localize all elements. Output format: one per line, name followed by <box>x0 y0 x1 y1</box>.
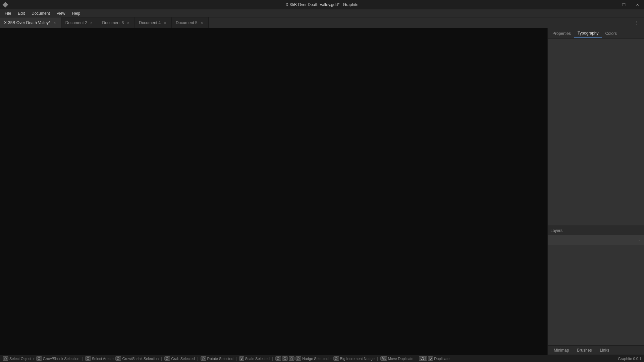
select-area-key: ⬡ <box>85 356 91 361</box>
rotate-label: Rotate Selected <box>207 357 233 361</box>
bottom-panel-tab-minimap[interactable]: Minimap <box>550 347 572 354</box>
layers-more-button[interactable]: ⋮ <box>637 238 641 243</box>
sep-6 <box>377 357 378 361</box>
panel-tab-colors[interactable]: Colors <box>602 30 620 37</box>
minimize-button[interactable]: ─ <box>604 0 617 9</box>
connector-nudge: + <box>330 357 332 361</box>
close-button[interactable]: ✕ <box>631 0 644 9</box>
window-title: X-35B Over Death Valley.gdd* - Graphite <box>286 2 359 7</box>
big-nudge-label: Big Increment Nudge <box>340 357 375 361</box>
grab-label: Grab Selected <box>171 357 195 361</box>
bottom-panel-tab-links[interactable]: Links <box>596 347 612 354</box>
connector-1: + <box>33 357 35 361</box>
tab-label-0: X-35B Over Death Valley* <box>4 20 50 25</box>
rotate-key: ⬡ <box>201 356 206 361</box>
status-grow-shrink-1: ⬡ Grow/Shrink Selection <box>36 356 79 361</box>
layers-label: Layers <box>550 228 562 233</box>
tab-1[interactable]: Document 2× <box>61 17 98 28</box>
tab-4[interactable]: Document 5× <box>172 17 209 28</box>
app-icon <box>3 2 8 7</box>
version-label: Graphite 0.0.1 <box>618 357 641 361</box>
nudge-key-1: ⬡ <box>275 356 281 361</box>
select-area-label: Select Area <box>92 357 111 361</box>
sep-3 <box>198 357 198 361</box>
big-nudge-key: ⬡ <box>333 356 339 361</box>
sep-2 <box>161 357 162 361</box>
panel-tabs: PropertiesTypographyColors <box>548 28 644 39</box>
menu-item-help[interactable]: Help <box>69 10 84 16</box>
move-dup-key: Alt <box>380 356 387 361</box>
nudge-key-4: ⬡ <box>296 356 301 361</box>
nudge-key-3: ⬡ <box>289 356 294 361</box>
tab-3[interactable]: Document 4× <box>135 17 172 28</box>
panel-tab-typography[interactable]: Typography <box>574 29 602 38</box>
bottom-panel-tab-brushes[interactable]: Brushes <box>574 347 595 354</box>
panel-tab-properties[interactable]: Properties <box>549 30 574 37</box>
sep-1 <box>82 357 83 361</box>
window-controls: ─ ❐ ✕ <box>604 0 644 9</box>
title-bar: X-35B Over Death Valley.gdd* - Graphite … <box>0 0 644 9</box>
tab-label-3: Document 4 <box>139 20 161 25</box>
tab-close-4[interactable]: × <box>200 20 204 25</box>
tab-2[interactable]: Document 3× <box>98 17 135 28</box>
status-grab: ⬡ Grab Selected <box>164 356 195 361</box>
sep-5 <box>272 357 273 361</box>
layers-header: Layers <box>548 226 644 235</box>
sep-7 <box>416 357 416 361</box>
bottom-panel-tabs: MinimapBrushesLinks <box>548 345 644 355</box>
grow-shrink-2-label: Grow/Shrink Selection <box>122 357 159 361</box>
scale-key: S <box>239 356 244 361</box>
status-big-nudge: ⬡ Big Increment Nudge <box>333 356 375 361</box>
tab-label-2: Document 3 <box>102 20 124 25</box>
tab-close-0[interactable]: × <box>52 20 57 25</box>
right-panel: PropertiesTypographyColors Layers ⋮ Mini… <box>547 28 644 355</box>
status-select-object: ⬡ Select Object <box>3 356 31 361</box>
panel-content <box>548 39 644 226</box>
menu-item-view[interactable]: View <box>53 10 69 16</box>
main-layout: PropertiesTypographyColors Layers ⋮ Mini… <box>0 28 644 355</box>
scale-label: Scale Selected <box>245 357 270 361</box>
status-bar: ⬡ Select Object + ⬡ Grow/Shrink Selectio… <box>0 355 644 362</box>
status-grow-shrink-2: ⬡ Grow/Shrink Selection <box>115 356 159 361</box>
tab-close-3[interactable]: × <box>163 20 167 25</box>
status-rotate: ⬡ Rotate Selected <box>201 356 233 361</box>
status-duplicate: Ctrl D Duplicate <box>419 356 449 361</box>
status-select-area: ⬡ Select Area <box>85 356 111 361</box>
tab-0[interactable]: X-35B Over Death Valley*× <box>0 17 61 28</box>
layers-section: Layers ⋮ <box>548 226 644 345</box>
status-nudge: ⬡ ⬡ ⬡ ⬡ Nudge Selected <box>275 356 328 361</box>
tab-close-1[interactable]: × <box>89 20 94 25</box>
status-scale: S Scale Selected <box>239 356 270 361</box>
grow-shrink-1-key: ⬡ <box>36 356 42 361</box>
status-move-duplicate: Alt Move Duplicate <box>380 356 414 361</box>
canvas-area[interactable] <box>0 28 547 355</box>
move-dup-label: Move Duplicate <box>388 357 414 361</box>
connector-2: + <box>112 357 114 361</box>
menu-item-edit[interactable]: Edit <box>14 10 28 16</box>
tabs-bar: X-35B Over Death Valley*×Document 2×Docu… <box>0 17 644 28</box>
tab-label-4: Document 5 <box>176 20 198 25</box>
grab-key: ⬡ <box>164 356 170 361</box>
sep-4 <box>236 357 236 361</box>
restore-button[interactable]: ❐ <box>617 0 631 9</box>
select-object-label: Select Object <box>9 357 31 361</box>
grow-shrink-2-key: ⬡ <box>115 356 121 361</box>
menu-item-document[interactable]: Document <box>28 10 53 16</box>
dup-label: Duplicate <box>434 357 449 361</box>
dup-key-ctrl: Ctrl <box>419 356 427 361</box>
tabs-more-button[interactable]: ⋮ <box>632 17 641 28</box>
layers-content: ⋮ <box>548 235 644 245</box>
menu-item-file[interactable]: File <box>1 10 14 16</box>
select-object-key: ⬡ <box>3 356 8 361</box>
grow-shrink-1-label: Grow/Shrink Selection <box>43 357 79 361</box>
dup-key-d: D <box>428 356 433 361</box>
nudge-key-2: ⬡ <box>282 356 288 361</box>
tab-label-1: Document 2 <box>65 20 87 25</box>
menu-bar: FileEditDocumentViewHelp <box>0 9 644 17</box>
nudge-label: Nudge Selected <box>302 357 328 361</box>
tab-close-2[interactable]: × <box>126 20 130 25</box>
layers-panel-body <box>548 245 644 345</box>
